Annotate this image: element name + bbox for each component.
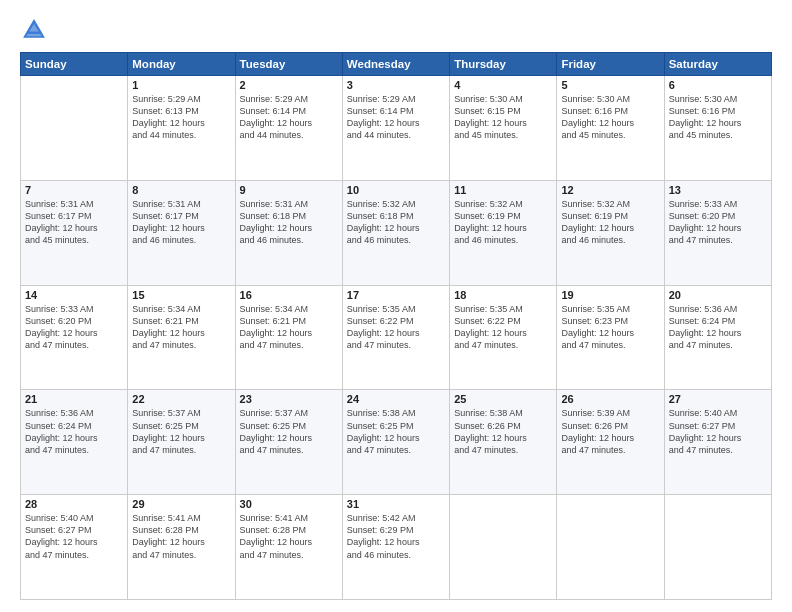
day-info: Sunrise: 5:33 AM Sunset: 6:20 PM Dayligh… bbox=[25, 303, 123, 352]
calendar-cell: 12Sunrise: 5:32 AM Sunset: 6:19 PM Dayli… bbox=[557, 180, 664, 285]
day-number: 24 bbox=[347, 393, 445, 405]
calendar-cell: 27Sunrise: 5:40 AM Sunset: 6:27 PM Dayli… bbox=[664, 390, 771, 495]
calendar-cell: 30Sunrise: 5:41 AM Sunset: 6:28 PM Dayli… bbox=[235, 495, 342, 600]
day-number: 23 bbox=[240, 393, 338, 405]
calendar-cell bbox=[450, 495, 557, 600]
day-number: 25 bbox=[454, 393, 552, 405]
svg-rect-2 bbox=[28, 32, 40, 34]
calendar-cell: 17Sunrise: 5:35 AM Sunset: 6:22 PM Dayli… bbox=[342, 285, 449, 390]
day-info: Sunrise: 5:35 AM Sunset: 6:22 PM Dayligh… bbox=[347, 303, 445, 352]
day-number: 4 bbox=[454, 79, 552, 91]
day-info: Sunrise: 5:32 AM Sunset: 6:18 PM Dayligh… bbox=[347, 198, 445, 247]
calendar-header-friday: Friday bbox=[557, 53, 664, 76]
calendar-cell: 3Sunrise: 5:29 AM Sunset: 6:14 PM Daylig… bbox=[342, 76, 449, 181]
day-number: 29 bbox=[132, 498, 230, 510]
calendar-cell: 4Sunrise: 5:30 AM Sunset: 6:15 PM Daylig… bbox=[450, 76, 557, 181]
calendar-cell: 29Sunrise: 5:41 AM Sunset: 6:28 PM Dayli… bbox=[128, 495, 235, 600]
day-number: 30 bbox=[240, 498, 338, 510]
calendar-cell: 11Sunrise: 5:32 AM Sunset: 6:19 PM Dayli… bbox=[450, 180, 557, 285]
day-info: Sunrise: 5:32 AM Sunset: 6:19 PM Dayligh… bbox=[561, 198, 659, 247]
page: SundayMondayTuesdayWednesdayThursdayFrid… bbox=[0, 0, 792, 612]
day-info: Sunrise: 5:40 AM Sunset: 6:27 PM Dayligh… bbox=[25, 512, 123, 561]
calendar-week-2: 7Sunrise: 5:31 AM Sunset: 6:17 PM Daylig… bbox=[21, 180, 772, 285]
day-info: Sunrise: 5:35 AM Sunset: 6:22 PM Dayligh… bbox=[454, 303, 552, 352]
calendar-cell: 20Sunrise: 5:36 AM Sunset: 6:24 PM Dayli… bbox=[664, 285, 771, 390]
calendar-cell: 22Sunrise: 5:37 AM Sunset: 6:25 PM Dayli… bbox=[128, 390, 235, 495]
calendar-cell: 26Sunrise: 5:39 AM Sunset: 6:26 PM Dayli… bbox=[557, 390, 664, 495]
day-number: 19 bbox=[561, 289, 659, 301]
day-number: 26 bbox=[561, 393, 659, 405]
calendar-cell bbox=[557, 495, 664, 600]
generalblue-icon bbox=[20, 16, 48, 44]
day-info: Sunrise: 5:29 AM Sunset: 6:14 PM Dayligh… bbox=[347, 93, 445, 142]
day-number: 12 bbox=[561, 184, 659, 196]
calendar-cell: 14Sunrise: 5:33 AM Sunset: 6:20 PM Dayli… bbox=[21, 285, 128, 390]
day-number: 8 bbox=[132, 184, 230, 196]
day-number: 6 bbox=[669, 79, 767, 91]
day-info: Sunrise: 5:37 AM Sunset: 6:25 PM Dayligh… bbox=[132, 407, 230, 456]
day-info: Sunrise: 5:29 AM Sunset: 6:13 PM Dayligh… bbox=[132, 93, 230, 142]
day-info: Sunrise: 5:42 AM Sunset: 6:29 PM Dayligh… bbox=[347, 512, 445, 561]
calendar-cell: 2Sunrise: 5:29 AM Sunset: 6:14 PM Daylig… bbox=[235, 76, 342, 181]
day-number: 20 bbox=[669, 289, 767, 301]
day-number: 27 bbox=[669, 393, 767, 405]
calendar-header-saturday: Saturday bbox=[664, 53, 771, 76]
day-number: 7 bbox=[25, 184, 123, 196]
calendar-cell: 7Sunrise: 5:31 AM Sunset: 6:17 PM Daylig… bbox=[21, 180, 128, 285]
day-info: Sunrise: 5:38 AM Sunset: 6:26 PM Dayligh… bbox=[454, 407, 552, 456]
day-number: 11 bbox=[454, 184, 552, 196]
calendar-header-thursday: Thursday bbox=[450, 53, 557, 76]
day-number: 1 bbox=[132, 79, 230, 91]
day-info: Sunrise: 5:30 AM Sunset: 6:16 PM Dayligh… bbox=[561, 93, 659, 142]
calendar-header-row: SundayMondayTuesdayWednesdayThursdayFrid… bbox=[21, 53, 772, 76]
day-number: 10 bbox=[347, 184, 445, 196]
calendar-table: SundayMondayTuesdayWednesdayThursdayFrid… bbox=[20, 52, 772, 600]
calendar-cell: 9Sunrise: 5:31 AM Sunset: 6:18 PM Daylig… bbox=[235, 180, 342, 285]
day-number: 31 bbox=[347, 498, 445, 510]
calendar-cell: 18Sunrise: 5:35 AM Sunset: 6:22 PM Dayli… bbox=[450, 285, 557, 390]
calendar-cell: 31Sunrise: 5:42 AM Sunset: 6:29 PM Dayli… bbox=[342, 495, 449, 600]
day-info: Sunrise: 5:33 AM Sunset: 6:20 PM Dayligh… bbox=[669, 198, 767, 247]
day-number: 9 bbox=[240, 184, 338, 196]
day-number: 15 bbox=[132, 289, 230, 301]
calendar-cell bbox=[21, 76, 128, 181]
calendar-week-5: 28Sunrise: 5:40 AM Sunset: 6:27 PM Dayli… bbox=[21, 495, 772, 600]
calendar-cell: 16Sunrise: 5:34 AM Sunset: 6:21 PM Dayli… bbox=[235, 285, 342, 390]
calendar-cell: 23Sunrise: 5:37 AM Sunset: 6:25 PM Dayli… bbox=[235, 390, 342, 495]
calendar-cell: 13Sunrise: 5:33 AM Sunset: 6:20 PM Dayli… bbox=[664, 180, 771, 285]
day-info: Sunrise: 5:35 AM Sunset: 6:23 PM Dayligh… bbox=[561, 303, 659, 352]
day-number: 16 bbox=[240, 289, 338, 301]
calendar-cell bbox=[664, 495, 771, 600]
day-number: 22 bbox=[132, 393, 230, 405]
day-info: Sunrise: 5:31 AM Sunset: 6:18 PM Dayligh… bbox=[240, 198, 338, 247]
calendar-cell: 8Sunrise: 5:31 AM Sunset: 6:17 PM Daylig… bbox=[128, 180, 235, 285]
day-info: Sunrise: 5:30 AM Sunset: 6:16 PM Dayligh… bbox=[669, 93, 767, 142]
day-number: 2 bbox=[240, 79, 338, 91]
day-info: Sunrise: 5:34 AM Sunset: 6:21 PM Dayligh… bbox=[240, 303, 338, 352]
calendar-cell: 6Sunrise: 5:30 AM Sunset: 6:16 PM Daylig… bbox=[664, 76, 771, 181]
header bbox=[20, 16, 772, 44]
calendar-header-sunday: Sunday bbox=[21, 53, 128, 76]
calendar-week-3: 14Sunrise: 5:33 AM Sunset: 6:20 PM Dayli… bbox=[21, 285, 772, 390]
day-info: Sunrise: 5:29 AM Sunset: 6:14 PM Dayligh… bbox=[240, 93, 338, 142]
calendar-cell: 25Sunrise: 5:38 AM Sunset: 6:26 PM Dayli… bbox=[450, 390, 557, 495]
day-info: Sunrise: 5:31 AM Sunset: 6:17 PM Dayligh… bbox=[132, 198, 230, 247]
day-number: 3 bbox=[347, 79, 445, 91]
day-number: 14 bbox=[25, 289, 123, 301]
day-info: Sunrise: 5:40 AM Sunset: 6:27 PM Dayligh… bbox=[669, 407, 767, 456]
day-info: Sunrise: 5:30 AM Sunset: 6:15 PM Dayligh… bbox=[454, 93, 552, 142]
day-info: Sunrise: 5:32 AM Sunset: 6:19 PM Dayligh… bbox=[454, 198, 552, 247]
day-number: 5 bbox=[561, 79, 659, 91]
day-number: 13 bbox=[669, 184, 767, 196]
calendar-cell: 15Sunrise: 5:34 AM Sunset: 6:21 PM Dayli… bbox=[128, 285, 235, 390]
day-number: 17 bbox=[347, 289, 445, 301]
calendar-header-monday: Monday bbox=[128, 53, 235, 76]
day-number: 18 bbox=[454, 289, 552, 301]
calendar-cell: 21Sunrise: 5:36 AM Sunset: 6:24 PM Dayli… bbox=[21, 390, 128, 495]
calendar-cell: 5Sunrise: 5:30 AM Sunset: 6:16 PM Daylig… bbox=[557, 76, 664, 181]
calendar-cell: 24Sunrise: 5:38 AM Sunset: 6:25 PM Dayli… bbox=[342, 390, 449, 495]
calendar-week-4: 21Sunrise: 5:36 AM Sunset: 6:24 PM Dayli… bbox=[21, 390, 772, 495]
day-info: Sunrise: 5:39 AM Sunset: 6:26 PM Dayligh… bbox=[561, 407, 659, 456]
day-info: Sunrise: 5:38 AM Sunset: 6:25 PM Dayligh… bbox=[347, 407, 445, 456]
logo bbox=[20, 16, 52, 44]
